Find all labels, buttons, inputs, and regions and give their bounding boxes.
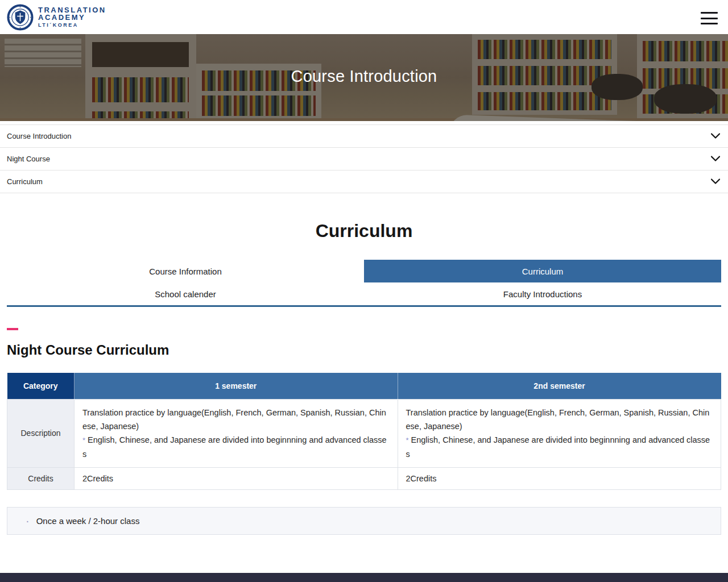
logo[interactable]: TRANSLATION ACADEMY LTI´KOREA [7, 4, 106, 31]
accordion-item-label: Course Introduction [7, 132, 71, 140]
tab-faculty-introductions[interactable]: Faculty Introductions [364, 282, 721, 305]
column-header-2nd-semester: 2nd semester [398, 373, 721, 399]
main-content: Curriculum Course Information Curriculum… [0, 193, 728, 535]
credits-cell-sem2: 2Credits [398, 467, 721, 489]
site-footer [0, 573, 728, 582]
accordion-item-label: Night Course [7, 155, 50, 163]
column-header-category: Category [7, 373, 75, 399]
note-label: Once a week / 2-hour class [36, 516, 140, 526]
hamburger-bar [701, 12, 718, 14]
academy-seal-logo [7, 4, 34, 31]
accordion-item-night-course[interactable]: Night Course [0, 148, 728, 171]
accordion-item-course-introduction[interactable]: Course Introduction [0, 125, 728, 148]
curriculum-table: Category 1 semester 2nd semester Descrip… [7, 373, 721, 490]
description-note: *English, Chinese, and Japanese are divi… [406, 433, 713, 461]
description-text: Translation practice by language(English… [82, 406, 390, 433]
row-label-credits: Credits [7, 467, 75, 489]
note-text: English, Chinese, and Japanese are divid… [82, 435, 387, 459]
accordion-item-label: Curriculum [7, 177, 43, 186]
page-title: Curriculum [0, 221, 728, 242]
logo-line1: TRANSLATION [38, 6, 106, 14]
tab-curriculum[interactable]: Curriculum [364, 260, 721, 282]
chevron-down-icon [711, 178, 720, 185]
site-header: TRANSLATION ACADEMY LTI´KOREA [0, 0, 728, 34]
logo-line2: ACADEMY [38, 14, 106, 22]
chevron-down-icon [711, 155, 720, 162]
hamburger-bar [701, 18, 718, 19]
hero-title: Course Introduction [0, 67, 728, 86]
accordion-nav: Course Introduction Night Course Curricu… [0, 124, 728, 193]
description-cell-sem1: Translation practice by language(English… [75, 399, 398, 467]
section-accent-dash [7, 328, 18, 330]
hero-banner: Course Introduction [0, 34, 728, 121]
chevron-down-icon [711, 132, 720, 139]
table-row-credits: Credits 2Credits 2Credits [7, 467, 721, 489]
hamburger-menu-icon[interactable] [701, 12, 718, 24]
logo-text: TRANSLATION ACADEMY LTI´KOREA [38, 6, 106, 28]
note-text: English, Chinese, and Japanese are divid… [406, 435, 710, 459]
logo-line3: LTI´KOREA [38, 23, 106, 28]
tab-course-information[interactable]: Course Information [7, 260, 364, 282]
column-header-1st-semester: 1 semester [75, 373, 398, 399]
asterisk-mark: * [406, 436, 409, 444]
info-note-box: · Once a week / 2-hour class [7, 507, 721, 535]
description-note: *English, Chinese, and Japanese are divi… [82, 433, 390, 461]
bullet-icon: · [26, 515, 30, 526]
accordion-item-curriculum[interactable]: Curriculum [0, 171, 728, 193]
description-text: Translation practice by language(English… [406, 406, 713, 433]
row-label-description: Description [7, 399, 75, 467]
hamburger-bar [701, 23, 718, 24]
credits-cell-sem1: 2Credits [75, 467, 398, 489]
table-row-description: Description Translation practice by lang… [7, 399, 721, 467]
asterisk-mark: * [82, 436, 85, 444]
table-header-row: Category 1 semester 2nd semester [7, 373, 721, 399]
section-title: Night Course Curriculum [7, 342, 728, 358]
tab-group: Course Information Curriculum School cal… [7, 260, 721, 307]
tab-school-calender[interactable]: School calender [7, 282, 364, 305]
description-cell-sem2: Translation practice by language(English… [398, 399, 721, 467]
